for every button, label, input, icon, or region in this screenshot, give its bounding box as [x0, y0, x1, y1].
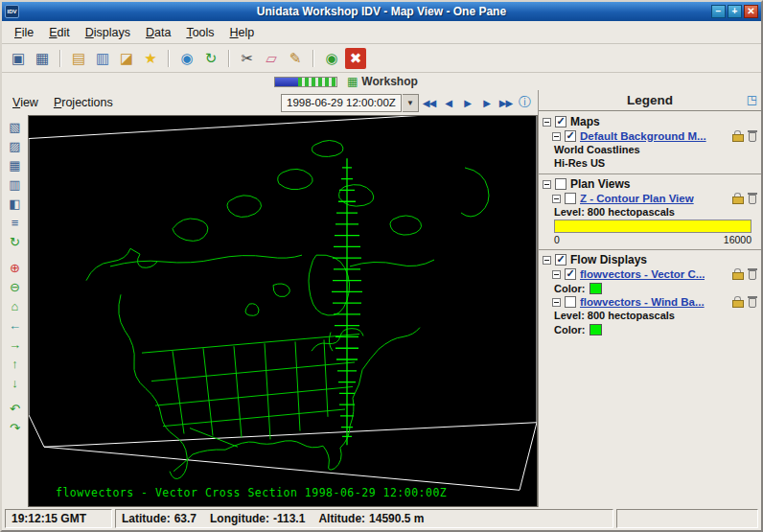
- display-link-default-background[interactable]: Default Background M...: [580, 130, 706, 142]
- go-to-start-button[interactable]: ◀◀: [420, 94, 438, 112]
- section-title: Maps: [570, 115, 600, 128]
- toolbar-separator: [228, 50, 230, 67]
- titlebar[interactable]: IDV Unidata Workshop IDV - Map View - On…: [2, 2, 761, 21]
- statusbar: 19:12:15 GMT Latitude: 63.7 Longitude: -…: [2, 507, 761, 530]
- scales-icon[interactable]: ≡: [6, 214, 25, 232]
- stop-icon[interactable]: ✖: [345, 48, 366, 69]
- step-back-button[interactable]: ◀: [439, 94, 457, 112]
- refresh-icon[interactable]: ↻: [200, 48, 221, 69]
- pan-left-icon[interactable]: ←: [6, 316, 25, 335]
- animation-properties-button[interactable]: ⓘ: [516, 94, 534, 112]
- perspective-view-icon[interactable]: ◧: [6, 195, 25, 213]
- workshop-icon: ▦: [347, 75, 358, 88]
- toolbar-separator: [59, 50, 61, 67]
- save-favorite-icon[interactable]: ◪: [116, 48, 137, 69]
- delete-icon[interactable]: [748, 296, 757, 308]
- run-icon[interactable]: ◉: [321, 48, 342, 69]
- memory-row: ▦ Workshop: [2, 73, 761, 90]
- delete-icon[interactable]: [748, 268, 757, 280]
- longitude-label: Longitude:: [210, 512, 269, 525]
- side-view-icon[interactable]: ▨: [6, 137, 25, 155]
- maps-visibility-checkbox[interactable]: [555, 116, 566, 127]
- legend-section-plan-views: Plan Views Z - Contour Plan View Level: …: [539, 173, 761, 249]
- delete-icon[interactable]: [748, 130, 757, 142]
- new-display-icon[interactable]: ▦: [32, 48, 53, 69]
- pan-right-icon[interactable]: →: [6, 335, 25, 354]
- open-bundle-icon[interactable]: ▤: [68, 48, 89, 69]
- color-swatch[interactable]: [590, 324, 602, 335]
- color-swatch[interactable]: [590, 283, 602, 294]
- bottom-view-icon[interactable]: ▥: [6, 175, 25, 194]
- pan-up-icon[interactable]: ↑: [6, 355, 25, 373]
- map-3d-view[interactable]: flowvectors - Vector Cross Section 1998-…: [28, 115, 538, 507]
- flowvectors-vector-checkbox[interactable]: [565, 268, 576, 280]
- menu-tools[interactable]: Tools: [179, 23, 220, 42]
- collapse-toggle-icon[interactable]: [552, 132, 561, 141]
- colorbar[interactable]: [554, 220, 751, 233]
- default-background-checkbox[interactable]: [565, 130, 576, 142]
- section-title: Flow Displays: [570, 253, 647, 266]
- help-icon[interactable]: ◉: [176, 48, 197, 69]
- time-dropdown-button[interactable]: ▼: [403, 94, 419, 112]
- maximize-button[interactable]: +: [728, 5, 742, 18]
- contour-plan-view-checkbox[interactable]: [565, 193, 576, 204]
- menu-edit[interactable]: Edit: [42, 23, 77, 42]
- pan-down-icon[interactable]: ↓: [6, 374, 25, 392]
- zoom-in-icon[interactable]: ⊕: [6, 259, 25, 277]
- display-link-flowvectors-windbarb[interactable]: flowvectors - Wind Ba...: [580, 296, 705, 308]
- cut-icon[interactable]: ✂: [237, 48, 258, 69]
- top-view-icon[interactable]: ▦: [6, 156, 25, 174]
- favorites-star-icon[interactable]: ★: [140, 48, 161, 69]
- close-button[interactable]: ✕: [744, 5, 758, 18]
- menubar: File Edit Displays Data Tools Help: [2, 21, 761, 44]
- menu-view[interactable]: View: [6, 93, 45, 112]
- step-forward-button[interactable]: ▶: [477, 94, 496, 112]
- flow-displays-visibility-checkbox[interactable]: [555, 254, 566, 266]
- rotate-icon[interactable]: ↻: [6, 233, 25, 251]
- undo-icon[interactable]: ↶: [6, 400, 25, 418]
- front-view-icon[interactable]: ▧: [6, 118, 25, 136]
- redo-icon[interactable]: ↷: [6, 419, 25, 437]
- legend-panel: Legend ◳ Maps Default Background M...: [539, 90, 761, 507]
- delete-icon[interactable]: [748, 193, 757, 204]
- collapse-toggle-icon[interactable]: [552, 270, 561, 279]
- zoom-out-icon[interactable]: ⊖: [6, 278, 25, 296]
- home-icon[interactable]: ⌂: [6, 297, 25, 315]
- draw-icon[interactable]: ✎: [285, 48, 306, 69]
- collapse-toggle-icon[interactable]: [552, 195, 561, 203]
- eraser-icon[interactable]: ▱: [261, 48, 282, 69]
- play-button[interactable]: ▶: [458, 94, 476, 112]
- minimize-button[interactable]: −: [711, 5, 726, 18]
- altitude-value: 14590.5 m: [369, 512, 424, 525]
- menu-data[interactable]: Data: [139, 23, 177, 42]
- lock-icon[interactable]: [732, 268, 743, 280]
- menu-displays[interactable]: Displays: [79, 23, 137, 42]
- time-display[interactable]: 1998-06-29 12:00:00Z: [281, 94, 402, 112]
- map-view-panel: View Projections 1998-06-29 12:00:00Z ▼ …: [2, 90, 539, 507]
- save-bundle-icon[interactable]: ▥: [92, 48, 113, 69]
- colorbar-min: 0: [554, 234, 560, 245]
- collapse-toggle-icon[interactable]: [543, 256, 551, 265]
- lock-icon[interactable]: [732, 296, 743, 308]
- menu-file[interactable]: File: [8, 23, 40, 42]
- main-area: View Projections 1998-06-29 12:00:00Z ▼ …: [2, 90, 761, 507]
- collapse-toggle-icon[interactable]: [552, 298, 561, 307]
- display-link-flowvectors-vector[interactable]: flowvectors - Vector C...: [580, 268, 705, 280]
- show-dashboard-icon[interactable]: ▣: [8, 48, 29, 69]
- lock-icon[interactable]: [732, 130, 743, 142]
- collapse-toggle-icon[interactable]: [543, 118, 551, 127]
- lock-icon[interactable]: [732, 193, 743, 204]
- collapse-toggle-icon[interactable]: [543, 180, 551, 189]
- undock-legend-icon[interactable]: ◳: [747, 93, 757, 106]
- longitude-value: -113.1: [273, 512, 305, 525]
- plan-views-visibility-checkbox[interactable]: [555, 178, 566, 190]
- flowvectors-windbarb-checkbox[interactable]: [565, 296, 576, 308]
- menu-projections[interactable]: Projections: [47, 93, 120, 112]
- legend-title: Legend: [627, 93, 673, 107]
- clock-readout: 19:12:15 GMT: [5, 509, 112, 528]
- display-link-contour-plan-view[interactable]: Z - Contour Plan View: [580, 193, 694, 204]
- legend-section-maps: Maps Default Background M... World Coast…: [539, 112, 761, 173]
- menu-help[interactable]: Help: [223, 23, 262, 42]
- app-window: IDV Unidata Workshop IDV - Map View - On…: [0, 0, 763, 532]
- go-to-end-button[interactable]: ▶▶: [497, 94, 515, 112]
